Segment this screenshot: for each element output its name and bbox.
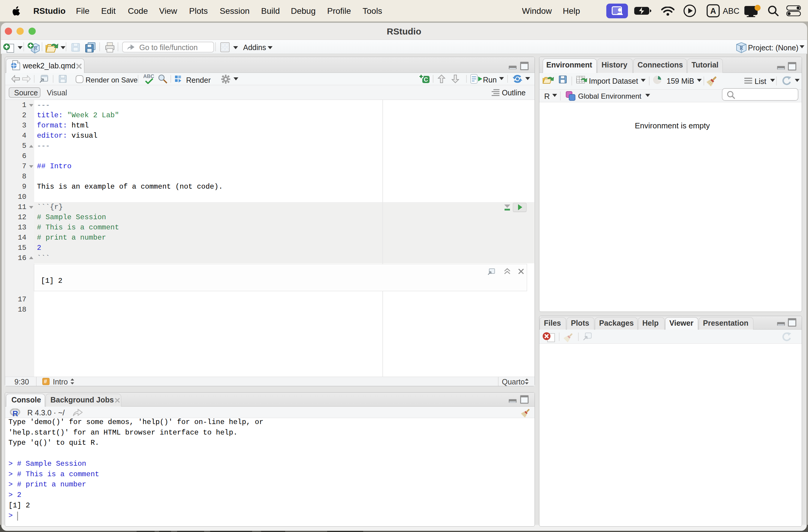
svg-text:C: C — [424, 76, 428, 83]
svg-text:A: A — [710, 6, 716, 16]
svg-text:R: R — [34, 45, 38, 51]
svg-text:R: R — [739, 45, 743, 51]
svg-text:R: R — [13, 409, 18, 417]
